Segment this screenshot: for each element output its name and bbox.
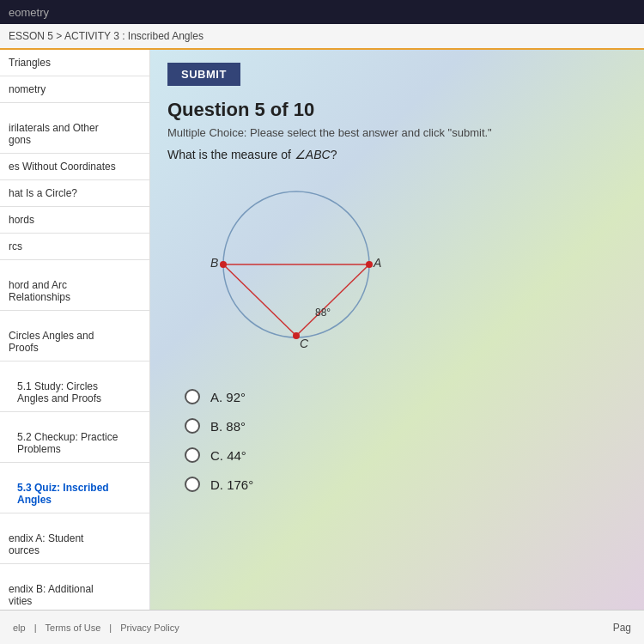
radio-a[interactable] <box>185 389 200 404</box>
sidebar-item-5-3[interactable]: 5.3 Quiz: Inscribed Angles <box>0 463 149 513</box>
circle-diagram: B A C 88° <box>185 174 408 380</box>
svg-text:A: A <box>373 256 381 270</box>
answer-choice-c[interactable]: C. 44° <box>185 447 627 463</box>
sidebar-item-triangles[interactable]: Triangles <box>0 50 149 76</box>
answer-choice-b[interactable]: B. 88° <box>185 418 627 434</box>
svg-text:C: C <box>300 337 309 350</box>
breadcrumb-bar: ESSON 5 > ACTIVITY 3 : Inscribed Angles <box>0 24 644 50</box>
question-instruction: Multiple Choice: Please select the best … <box>167 126 627 139</box>
answer-choice-d[interactable]: D. 176° <box>185 477 627 492</box>
app-title: eometry <box>9 6 49 19</box>
top-bar: eometry <box>0 0 644 24</box>
svg-point-4 <box>220 261 227 268</box>
terms-link[interactable]: Terms of Use <box>46 623 101 633</box>
sidebar-item-5-2[interactable]: 5.2 Checkup: Practice Problems <box>0 412 149 463</box>
answer-label-c: C. 44° <box>210 448 246 463</box>
sidebar-item-5-1[interactable]: 5.1 Study: Circles Angles and Proofs <box>0 361 149 412</box>
svg-line-2 <box>223 264 296 336</box>
radio-b[interactable] <box>185 418 200 434</box>
main-layout: Triangles nometry irilaterals and Other … <box>0 50 644 610</box>
svg-point-8 <box>293 332 300 339</box>
svg-point-6 <box>366 261 373 268</box>
radio-d[interactable] <box>185 477 200 492</box>
radio-c[interactable] <box>185 447 200 463</box>
privacy-link[interactable]: Privacy Policy <box>120 623 179 633</box>
sidebar-item-appendix-a[interactable]: endix A: Student ources <box>0 513 149 564</box>
sidebar-item-irilaterals[interactable]: irilaterals and Other gons <box>0 103 149 154</box>
answer-choice-a[interactable]: A. 92° <box>185 389 627 404</box>
bottom-bar: elp | Terms of Use | Privacy Policy Pag <box>0 610 644 644</box>
question-text: What is the measure of ∠ABC? <box>167 148 627 161</box>
svg-text:B: B <box>210 256 218 270</box>
page-nav: Pag <box>613 622 631 634</box>
sidebar-item-chord-arc[interactable]: hord and Arc Relationships <box>0 260 149 311</box>
sidebar-item-circle[interactable]: hat Is a Circle? <box>0 180 149 207</box>
answer-choices: A. 92° B. 88° C. 44° D. 176° <box>185 389 627 492</box>
answer-label-d: D. 176° <box>210 477 253 492</box>
question-title: Question 5 of 10 <box>167 99 627 121</box>
sidebar-item-appendix-b[interactable]: endix B: Additional vities <box>0 564 149 610</box>
sidebar-item-circles-angles[interactable]: Circles Angles and Proofs <box>0 311 149 361</box>
content-area: SUBMIT Question 5 of 10 Multiple Choice:… <box>150 50 644 610</box>
help-link[interactable]: elp <box>13 623 26 633</box>
sidebar-item-arcs[interactable]: rcs <box>0 234 149 260</box>
breadcrumb: ESSON 5 > ACTIVITY 3 : Inscribed Angles <box>9 30 204 42</box>
answer-label-b: B. 88° <box>210 419 246 434</box>
svg-text:88°: 88° <box>315 307 331 319</box>
answer-label-a: A. 92° <box>210 390 246 404</box>
svg-line-3 <box>296 264 369 336</box>
submit-button[interactable]: SUBMIT <box>167 63 240 86</box>
sidebar-item-nometry[interactable]: nometry <box>0 76 149 103</box>
sidebar-item-coordinates[interactable]: es Without Coordinates <box>0 154 149 180</box>
sidebar-item-chords[interactable]: hords <box>0 207 149 234</box>
sidebar: Triangles nometry irilaterals and Other … <box>0 50 150 610</box>
